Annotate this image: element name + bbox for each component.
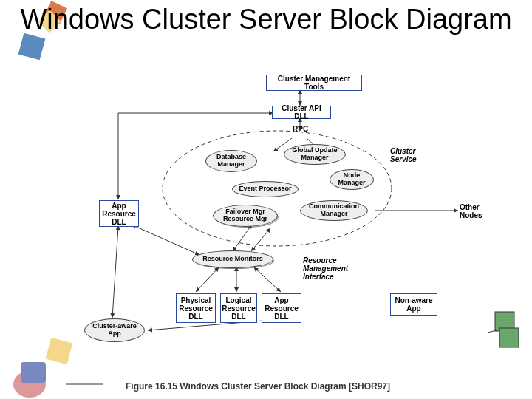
box-cluster-mgmt-tools: Cluster Management Tools — [266, 75, 362, 91]
box-cluster-api-dll: Cluster API DLL — [272, 106, 331, 119]
box-physical-resource-dll: Physical Resource DLL — [176, 293, 216, 323]
ellipse-resource-monitors: Resource Monitors — [192, 250, 273, 268]
ellipse-communication-manager: Communication Manager — [300, 200, 368, 221]
svg-line-17 — [251, 229, 270, 251]
ellipse-node-manager: Node Manager — [330, 169, 374, 190]
svg-line-16 — [233, 225, 251, 251]
svg-line-22 — [112, 227, 118, 318]
label-cluster-service: Cluster Service — [390, 147, 417, 163]
svg-line-20 — [255, 268, 281, 292]
label-other-nodes: Other Nodes — [460, 203, 482, 219]
svg-line-21 — [133, 225, 200, 255]
figure-caption: Figure 16.15 Windows Cluster Server Bloc… — [126, 381, 390, 392]
box-app-resource-dll-left: App Resource DLL — [99, 200, 139, 227]
svg-rect-8 — [21, 362, 46, 383]
diagram-area: Cluster Management Tools Cluster API DLL… — [81, 70, 495, 373]
svg-rect-1 — [18, 33, 46, 61]
ellipse-event-processor: Event Processor — [232, 181, 299, 197]
label-resource-mgmt-interface: Resource Management Interface — [303, 256, 348, 281]
ellipse-failover-resource-mgr: Failover Mgr Resource Mgr — [213, 205, 278, 227]
svg-line-18 — [196, 268, 218, 292]
page-title: Windows Cluster Server Block Diagram — [0, 4, 532, 35]
ellipse-cluster-aware-app: Cluster-aware App — [84, 318, 145, 342]
ellipse-database-manager: Database Manager — [205, 150, 257, 172]
ellipse-global-update-manager: Global Update Manager — [284, 144, 346, 165]
label-rpc: RPC — [293, 125, 308, 133]
box-non-aware-app: Non-aware App — [390, 293, 437, 316]
svg-rect-6 — [46, 338, 73, 365]
box-app-resource-dll-bottom: App Resource DLL — [262, 293, 301, 323]
svg-rect-4 — [499, 328, 519, 347]
box-logical-resource-dll: Logical Resource DLL — [220, 293, 257, 323]
